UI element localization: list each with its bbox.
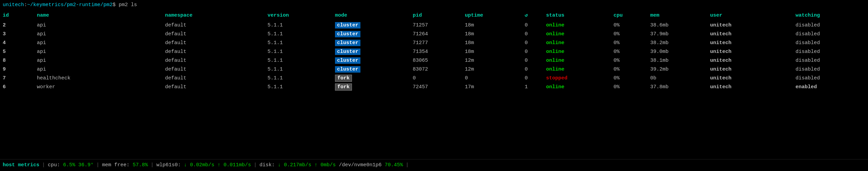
cell-user: unitech	[707, 30, 793, 39]
cell-cpu: 0%	[611, 48, 648, 56]
cell-namespace: default	[162, 56, 265, 65]
cell-mode: cluster	[332, 21, 410, 30]
cell-uptime: 17m	[462, 83, 522, 92]
col-header-version: version	[265, 10, 332, 21]
net-up: ↑ 0.011mb/s	[217, 162, 251, 169]
col-header-id: id	[0, 10, 34, 21]
col-header-uptime: uptime	[462, 10, 522, 21]
disk-up: ↑ 0mb/s	[314, 162, 336, 169]
cell-uptime: 12m	[462, 65, 522, 74]
cell-id: 4	[0, 39, 34, 48]
cell-name: api	[34, 56, 162, 65]
status-bar: host metrics | cpu: 6.5% 36.9° | mem fre…	[0, 159, 868, 171]
col-header-mode: mode	[332, 10, 410, 21]
cell-cpu: 0%	[611, 30, 648, 39]
cell-watching: disabled	[793, 65, 868, 74]
cell-pid: 71257	[410, 21, 462, 30]
disk-percent: 70.45%	[384, 162, 403, 169]
cell-mode: cluster	[332, 39, 410, 48]
cell-status: online	[543, 83, 611, 92]
cell-restarts: 0	[522, 48, 543, 56]
cell-name: api	[34, 65, 162, 74]
cell-pid: 71277	[410, 39, 462, 48]
cell-status: stopped	[543, 74, 611, 83]
cell-mem: 37.9mb	[648, 30, 707, 39]
cell-id: 6	[0, 83, 34, 92]
cell-id: 3	[0, 30, 34, 39]
col-header-mem: mem	[648, 10, 707, 21]
cell-watching: disabled	[793, 56, 868, 65]
cell-watching: disabled	[793, 30, 868, 39]
cell-id: 8	[0, 56, 34, 65]
mem-value: 57.8%	[133, 162, 148, 169]
cell-user: unitech	[707, 83, 793, 92]
cell-namespace: default	[162, 48, 265, 56]
cell-status: online	[543, 21, 611, 30]
cell-mode: cluster	[332, 48, 410, 56]
cell-user: unitech	[707, 48, 793, 56]
cell-version: 5.1.1	[265, 83, 332, 92]
disk-label: disk:	[259, 162, 275, 169]
cell-cpu: 0%	[611, 39, 648, 48]
cell-id: 9	[0, 65, 34, 74]
col-header-restarts: ↺	[522, 10, 543, 21]
cell-version: 5.1.1	[265, 56, 332, 65]
host-metrics-label: host metrics	[3, 162, 39, 169]
cell-pid: 0	[410, 74, 462, 83]
sep5: |	[406, 162, 409, 169]
cell-uptime: 0	[462, 74, 522, 83]
cell-mode: fork	[332, 83, 410, 92]
table-row: 4apidefault5.1.1cluster7127718m0online0%…	[0, 39, 868, 48]
sep1: |	[42, 162, 45, 169]
table-header-row: id name namespace version mode pid uptim…	[0, 10, 868, 21]
table-body: 2apidefault5.1.1cluster7125718m0online0%…	[0, 21, 868, 92]
col-header-cpu: cpu	[611, 10, 648, 21]
cell-pid: 71264	[410, 30, 462, 39]
cell-version: 5.1.1	[265, 30, 332, 39]
cell-name: worker	[34, 83, 162, 92]
sep3: |	[151, 162, 154, 169]
cell-name: api	[34, 39, 162, 48]
cell-status: online	[543, 56, 611, 65]
cell-status: online	[543, 30, 611, 39]
table-row: 8apidefault5.1.1cluster8306512m0online0%…	[0, 56, 868, 65]
cell-version: 5.1.1	[265, 65, 332, 74]
cell-name: healthcheck	[34, 74, 162, 83]
cell-mode: cluster	[332, 65, 410, 74]
cell-restarts: 0	[522, 39, 543, 48]
cell-namespace: default	[162, 30, 265, 39]
cell-user: unitech	[707, 74, 793, 83]
cell-uptime: 18m	[462, 30, 522, 39]
col-header-watching: watching	[793, 10, 868, 21]
cpu-label: cpu:	[48, 162, 60, 169]
col-header-namespace: namespace	[162, 10, 265, 21]
cell-name: api	[34, 30, 162, 39]
cell-restarts: 1	[522, 83, 543, 92]
cell-uptime: 18m	[462, 48, 522, 56]
cell-cpu: 0%	[611, 74, 648, 83]
sep2: |	[96, 162, 99, 169]
cell-mode: cluster	[332, 30, 410, 39]
sep4: |	[254, 162, 257, 169]
cell-restarts: 0	[522, 65, 543, 74]
net-label: wlp61s0:	[156, 162, 181, 169]
cell-watching: disabled	[793, 39, 868, 48]
cell-mode: fork	[332, 74, 410, 83]
cell-uptime: 12m	[462, 56, 522, 65]
cell-mem: 38.6mb	[648, 21, 707, 30]
cell-watching: disabled	[793, 74, 868, 83]
cell-version: 5.1.1	[265, 74, 332, 83]
col-header-user: user	[707, 10, 793, 21]
cell-pid: 71354	[410, 48, 462, 56]
terminal: unitech:~/keymetrics/pm2-runtime/pm2$ pm…	[0, 0, 868, 171]
cell-cpu: 0%	[611, 21, 648, 30]
table-row: 7healthcheckdefault5.1.1fork000stopped0%…	[0, 74, 868, 83]
prompt-line: unitech:~/keymetrics/pm2-runtime/pm2$ pm…	[0, 0, 868, 10]
cell-mem: 39.2mb	[648, 65, 707, 74]
cell-restarts: 0	[522, 74, 543, 83]
cell-namespace: default	[162, 74, 265, 83]
mem-label: mem free:	[102, 162, 130, 169]
cell-mem: 38.1mb	[648, 56, 707, 65]
pm2-table: id name namespace version mode pid uptim…	[0, 10, 868, 92]
cell-version: 5.1.1	[265, 48, 332, 56]
